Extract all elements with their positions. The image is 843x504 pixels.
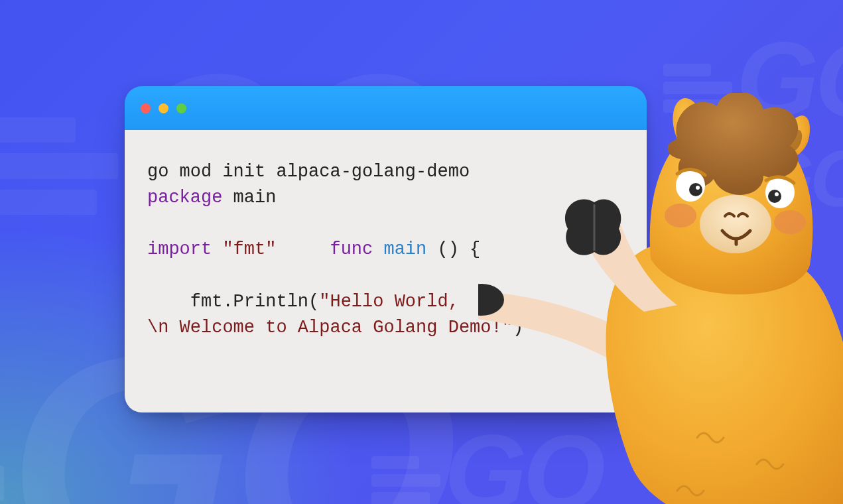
minimize-icon[interactable]: [159, 103, 168, 113]
svg-point-8: [696, 186, 700, 190]
svg-point-9: [775, 192, 779, 196]
code-line: go mod init alpaca-golang-demo: [147, 162, 470, 182]
code-keyword: import: [147, 239, 212, 259]
svg-point-6: [689, 183, 702, 196]
close-icon[interactable]: [141, 103, 151, 113]
code-text: () {: [426, 239, 480, 259]
code-text: fmt.Println(: [147, 292, 319, 312]
code-text: main: [222, 188, 276, 208]
code-string: "fmt": [222, 239, 276, 259]
code-string: "Hello World,: [319, 292, 459, 312]
stage: GO GO GO GO GO go mod init alpaca-golang…: [0, 0, 843, 504]
zoom-icon[interactable]: [176, 103, 186, 113]
svg-point-1: [665, 204, 696, 227]
alpaca-mascot: [478, 93, 843, 504]
code-func-name: main: [383, 239, 426, 259]
svg-point-7: [768, 190, 781, 203]
code-keyword: func: [330, 239, 373, 259]
code-text: [276, 239, 330, 259]
code-keyword: package: [147, 188, 222, 208]
code-text: [373, 239, 383, 259]
svg-point-2: [774, 210, 806, 234]
code-string: \n Welcome to Alpaca Golang Demo!": [147, 318, 513, 338]
code-text: [212, 239, 222, 259]
